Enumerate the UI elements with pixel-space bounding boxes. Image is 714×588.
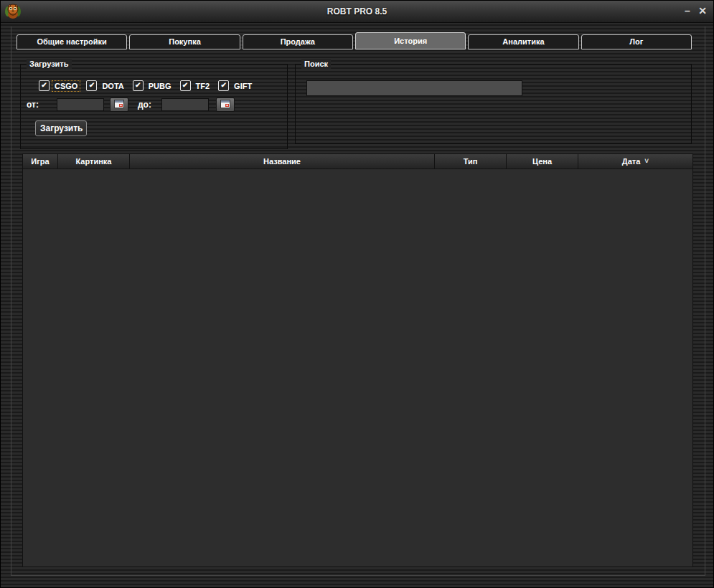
checkbox-csgo-label: CSGO (52, 81, 80, 91)
checkbox-checked-icon: ✔ (218, 80, 229, 91)
checkbox-checked-icon: ✔ (133, 80, 144, 91)
window-title: ROBT PRO 8.5 (1, 1, 713, 22)
column-header-price[interactable]: Цена (507, 153, 578, 169)
load-group: Загрузить ✔ CSGO ✔ DOTA ✔ PUBG ✔ TF2 ✔ G… (20, 64, 288, 149)
date-to-input[interactable] (161, 98, 209, 111)
checkbox-tf2-label: TF2 (194, 81, 212, 91)
search-group-title: Поиск (301, 59, 331, 69)
sort-desc-icon: ˅ (644, 158, 649, 165)
checkbox-dota-label: DOTA (100, 81, 126, 91)
tab-history[interactable]: История (355, 32, 466, 49)
date-range-row: от: до: (27, 98, 235, 112)
checkbox-gift-label: GIFT (232, 81, 254, 91)
checkbox-dota[interactable]: ✔ DOTA (86, 80, 126, 91)
checkbox-pubg[interactable]: ✔ PUBG (133, 80, 174, 91)
tab-analytics[interactable]: Аналитика (468, 34, 578, 49)
title-bar[interactable]: ROBT PRO 8.5 – ✕ (1, 1, 713, 23)
search-group: Поиск (295, 64, 692, 144)
checkbox-gift[interactable]: ✔ GIFT (218, 80, 254, 91)
column-header-type[interactable]: Тип (435, 153, 507, 169)
column-header-game[interactable]: Игра (22, 153, 58, 169)
load-group-title: Загрузить (27, 59, 72, 69)
checkbox-pubg-label: PUBG (146, 81, 174, 91)
calendar-icon (114, 100, 124, 110)
date-from-calendar-button[interactable] (110, 98, 128, 112)
checkbox-checked-icon: ✔ (180, 80, 191, 91)
column-header-date[interactable]: Дата ˅ (578, 153, 693, 169)
minimize-button[interactable]: – (680, 1, 695, 21)
date-to-label: до: (138, 100, 155, 110)
tab-purchase[interactable]: Покупка (129, 34, 240, 49)
app-window: ROBT PRO 8.5 – ✕ Общие настройки Покупка… (0, 0, 714, 588)
date-from-label: от: (27, 100, 44, 110)
tab-general-settings[interactable]: Общие настройки (17, 34, 127, 49)
calendar-icon (220, 100, 230, 110)
game-filter-row: ✔ CSGO ✔ DOTA ✔ PUBG ✔ TF2 ✔ GIFT (39, 80, 254, 91)
close-button[interactable]: ✕ (695, 1, 710, 21)
table-header: Игра Картинка Название Тип Цена Дата ˅ (22, 153, 693, 169)
table-body (22, 169, 693, 567)
close-icon: ✕ (698, 5, 707, 16)
minimize-icon: – (685, 5, 690, 16)
column-header-picture[interactable]: Картинка (58, 153, 130, 169)
search-input[interactable] (306, 80, 522, 96)
column-header-name[interactable]: Название (130, 153, 435, 169)
checkbox-csgo[interactable]: ✔ CSGO (39, 80, 80, 91)
tab-sale[interactable]: Продажа (243, 34, 353, 49)
checkbox-tf2[interactable]: ✔ TF2 (180, 80, 212, 91)
date-from-input[interactable] (57, 98, 104, 111)
checkbox-checked-icon: ✔ (39, 80, 50, 91)
date-to-calendar-button[interactable] (216, 98, 235, 112)
tab-log[interactable]: Лог (581, 34, 692, 49)
load-button[interactable]: Загрузить (35, 120, 87, 136)
tab-strip: Общие настройки Покупка Продажа История … (17, 32, 692, 49)
checkbox-checked-icon: ✔ (86, 80, 97, 91)
